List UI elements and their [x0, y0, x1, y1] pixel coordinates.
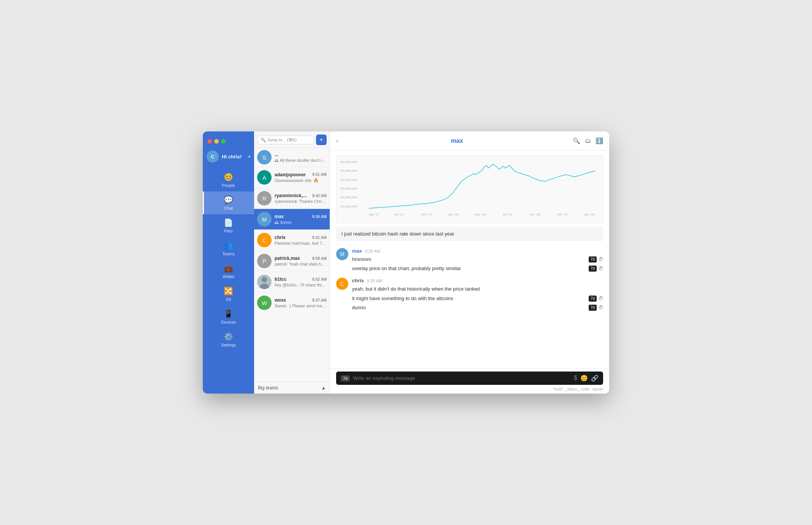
chat-time: 9:51 AM: [312, 172, 327, 177]
chat-info: patrick,max 8:58 AM patrick: Yeah chat s…: [275, 256, 327, 266]
svg-text:20,000,000: 20,000,000: [340, 196, 357, 199]
chat-time: 9:30 AM: [312, 215, 327, 219]
msg-bubble: dunno 7d ⏱: [352, 303, 603, 312]
msg-bubble: hmmmm 7d ⏱: [352, 255, 603, 264]
chat-name: chris: [275, 235, 286, 240]
avatar: R: [257, 191, 272, 206]
svg-text:Apr '19: Apr '19: [584, 212, 595, 216]
svg-text:10,000,000: 10,000,000: [340, 204, 357, 208]
folder-icon[interactable]: 🗂: [585, 138, 591, 144]
avatar: W: [257, 296, 272, 310]
info-icon[interactable]: ℹ️: [596, 137, 603, 144]
svg-text:Jan '19: Jan '19: [557, 212, 567, 216]
titlebar: [203, 131, 254, 147]
chat-item-max[interactable]: M max 9:30 AM 🕰 dunno: [254, 209, 330, 230]
svg-text:Oct '17: Oct '17: [421, 212, 432, 216]
sidebar-item-label: Teams: [222, 251, 234, 256]
close-button[interactable]: [207, 139, 212, 144]
msg-content: chris 9:30 AM yeah, but it didn't do tha…: [352, 278, 603, 312]
sidebar: C Hi chris! ▾ 😊 People 💬 Chat 📄 Files 👥: [203, 131, 254, 394]
wallet-icon: 💼: [224, 264, 233, 273]
msg-bubble: yeah, but it didn't do that historically…: [352, 285, 603, 294]
chat-preview: hey @b1tcc - I'll share this ...: [275, 283, 327, 287]
avatar: M: [257, 212, 272, 226]
chat-item[interactable]: A adamjspooner 9:51 AM Oooooooooooh shit…: [254, 167, 330, 188]
bitcoin-message: I just realized bitcoin hash rate down s…: [336, 226, 603, 241]
svg-text:60,000,000: 60,000,000: [340, 160, 357, 164]
chat-info: woss 8:37 AM Sweet. :) Please send msg..…: [275, 297, 327, 308]
msg-text: overlay price on that chart, probably pr…: [352, 265, 589, 272]
message-group-chris: C chris 9:30 AM yeah, but it didn't do t…: [330, 275, 609, 315]
svg-text:30,000,000: 30,000,000: [340, 187, 357, 190]
search-icon: 🔍: [261, 138, 266, 142]
chat-item[interactable]: R ryanminnick,max 9:42 AM ryanminnick: T…: [254, 188, 330, 209]
maximize-button[interactable]: [221, 139, 226, 144]
back-icon[interactable]: ‹: [336, 138, 338, 144]
settings-icon: ⚙️: [224, 332, 233, 341]
chat-item[interactable]: b1tcc 8:52 AM hey @b1tcc - I'll share th…: [254, 272, 330, 293]
chat-list-panel: 🔍 Jump to... (⌘K) + S ... 🕰 All these st…: [254, 131, 330, 394]
svg-point-0: [262, 277, 267, 282]
chat-preview: Sweet. :) Please send msg...: [275, 304, 327, 308]
dollar-icon[interactable]: $: [574, 375, 577, 382]
minimize-button[interactable]: [214, 139, 219, 144]
chat-info: b1tcc 8:52 AM hey @b1tcc - I'll share th…: [275, 277, 327, 287]
user-header[interactable]: C Hi chris! ▾: [203, 147, 254, 169]
msg-time: 9:30 AM: [367, 278, 382, 283]
git-icon: 🔀: [224, 286, 233, 296]
bitcoin-message-text: I just realized bitcoin hash rate down s…: [341, 231, 454, 237]
chevron-down-icon: ▾: [248, 155, 250, 159]
chat-item[interactable]: C chris 9:21 AM Pairwise matchups, last …: [254, 230, 330, 251]
teams-icon: 👥: [224, 241, 233, 250]
badge-7d: 7d: [589, 305, 597, 311]
timer-icon: ⏱: [598, 295, 603, 302]
chat-name: patrick,max: [275, 256, 300, 261]
bitcoin-chart: 60,000,000 50,000,000 40,000,000 30,000,…: [336, 155, 603, 223]
avatar: P: [257, 254, 272, 268]
message-input-row: 7d $ 😊 🔗: [336, 372, 603, 385]
search-icon[interactable]: 🔍: [573, 137, 580, 144]
chat-item[interactable]: P patrick,max 8:58 AM patrick: Yeah chat…: [254, 251, 330, 272]
avatar: C: [257, 233, 272, 247]
user-name: Hi chris!: [222, 154, 245, 160]
sidebar-item-devices[interactable]: 📱 Devices: [203, 305, 254, 328]
emoji-icon[interactable]: 😊: [580, 375, 588, 382]
msg-badges: 7d ⏱: [589, 295, 603, 302]
compose-button[interactable]: +: [316, 134, 327, 145]
big-teams-section[interactable]: Big teams ▲: [254, 382, 330, 394]
sidebar-item-git[interactable]: 🔀 Git: [203, 283, 254, 305]
messages-area: 60,000,000 50,000,000 40,000,000 30,000,…: [330, 150, 609, 368]
search-box[interactable]: 🔍 Jump to... (⌘K): [257, 136, 314, 144]
sidebar-item-label: Devices: [221, 320, 236, 324]
chat-item[interactable]: S ... 🕰 All these stroller don't r...: [254, 148, 330, 167]
input-icons: $ 😊 🔗: [574, 375, 599, 382]
svg-text:50,000,000: 50,000,000: [340, 169, 357, 173]
sidebar-item-settings[interactable]: ⚙️ Settings: [203, 328, 254, 351]
chat-preview: Pairwise matchups, last 7...: [275, 241, 327, 245]
sidebar-item-chat[interactable]: 💬 Chat: [203, 191, 254, 214]
files-icon: 📄: [224, 218, 233, 227]
msg-text: yeah, but it didn't do that historically…: [352, 286, 603, 293]
msg-time: 9:29 AM: [365, 249, 380, 253]
chat-icon: 💬: [224, 195, 233, 204]
traffic-lights: [207, 139, 226, 144]
chat-name: woss: [275, 297, 286, 303]
chat-time: 9:42 AM: [312, 194, 327, 198]
main-window: C Hi chris! ▾ 😊 People 💬 Chat 📄 Files 👥: [203, 131, 609, 394]
svg-text:Oct '18: Oct '18: [529, 212, 540, 216]
chat-preview: 🕰 dunno: [275, 220, 327, 225]
avatar: M: [336, 248, 348, 260]
chat-item[interactable]: W woss 8:37 AM Sweet. :) Please send msg…: [254, 293, 330, 313]
sidebar-item-files[interactable]: 📄 Files: [203, 214, 254, 237]
sidebar-item-wallet[interactable]: 💼 Wallet: [203, 260, 254, 283]
timer-icon: ⏱: [598, 256, 603, 263]
chat-time: 8:58 AM: [312, 256, 327, 261]
msg-header: max 9:29 AM: [352, 248, 603, 254]
message-input[interactable]: [353, 375, 571, 381]
svg-text:Jul '18: Jul '18: [502, 212, 512, 216]
link-icon[interactable]: 🔗: [591, 375, 599, 382]
sidebar-item-label: Wallet: [223, 274, 234, 279]
sidebar-item-people[interactable]: 😊 People: [203, 169, 254, 191]
sidebar-item-teams[interactable]: 👥 Teams: [203, 237, 254, 260]
collapse-icon[interactable]: ▲: [321, 385, 326, 391]
